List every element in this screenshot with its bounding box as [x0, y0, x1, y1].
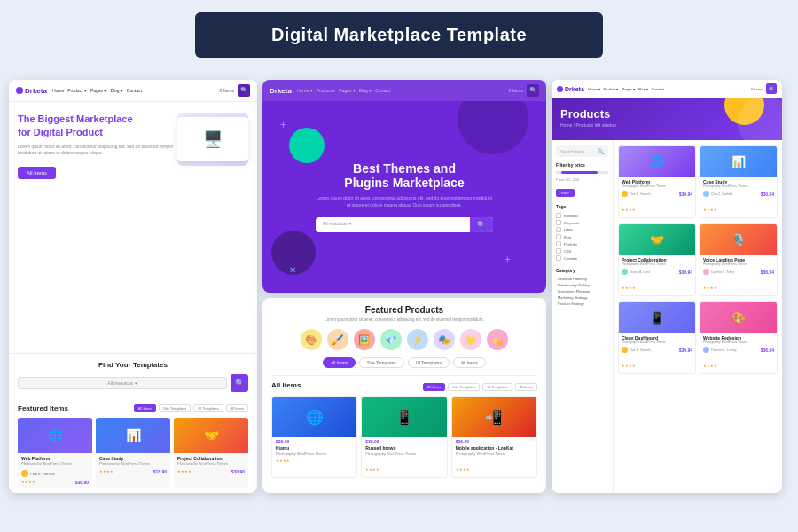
panels-grid: Drketa Home Product ▾ Pages ▾ Blog ▾ Con… [9, 80, 789, 523]
nav-search-btn[interactable]: 🔍 [238, 84, 250, 97]
all-filter-all2[interactable]: All Items [515, 383, 537, 391]
p3-contact[interactable]: Contact [652, 87, 664, 91]
p3-search-placeholder[interactable]: Search here... [560, 149, 596, 154]
panel2-hero: + + ✕ Best Themes and Plugins Marketplac… [262, 101, 546, 293]
logo-dot [16, 87, 23, 94]
p3-search-icon: 🔍 [598, 148, 604, 154]
author-avatar-1 [21, 470, 28, 477]
item-thumbnail-2: 📊 [96, 418, 170, 453]
find-templates-title: Find Your Templates [18, 361, 248, 369]
panel3-nav-right: 0 Items 🔍 [751, 83, 777, 94]
tag-blog: Blog [556, 234, 608, 239]
p3-row-2: 🤝 Project Collaboration Photography Word… [618, 223, 778, 296]
nav-cart: 0 Items [220, 88, 234, 93]
filter-pill-all2[interactable]: All Items [453, 357, 486, 368]
nav-product[interactable]: Product ▾ [67, 88, 87, 93]
panel2-logo: Drketa [270, 87, 292, 95]
price-range-filter: Filter by price Price: $0 - 200 [556, 162, 608, 182]
panel2-search-input[interactable]: All resources ▾ [316, 217, 470, 232]
filter-all-items[interactable]: All Items [134, 404, 156, 412]
p2-nav-pages[interactable]: Pages ▾ [339, 88, 356, 93]
list-item: 🌐 $26.00 Kiamu Photography WordPress The… [271, 396, 357, 478]
featured-products-desc: Lorem ipsum dolor sit amet, consectetur … [271, 317, 537, 322]
p3-footer-5: Flue E. Harvels $30.94 [619, 346, 695, 355]
nav-pages[interactable]: Pages ▾ [90, 88, 107, 93]
cat-product[interactable]: Product Strategy [556, 301, 608, 306]
panel3-nav-links: Home ▾ Product ▾ Pages ▾ Blog ▾ Contact [588, 87, 664, 91]
search-submit-btn[interactable]: 🔍 [231, 374, 248, 392]
filter-pill-all[interactable]: All Items [323, 357, 356, 368]
p3-info-2: Case Study Photography WordPress Theme [700, 177, 777, 190]
hero-cta-btn[interactable]: All Items [18, 167, 56, 179]
filter-all-items-2[interactable]: All Items [226, 404, 248, 412]
item-footer-1: Paul E. Harvels [18, 468, 92, 479]
panel3-hero: Products Home / Products left sidebar [552, 98, 782, 140]
p3-thumb-6: 🎨 [700, 302, 777, 333]
page-title: Digital Marketplace Template [213, 25, 585, 45]
category-title: Category [556, 268, 608, 273]
panel-white-marketplace: Drketa Home Product ▾ Pages ▾ Blog ▾ Con… [9, 80, 257, 493]
hero-text: The Biggest Marketplace for Digital Prod… [18, 113, 177, 179]
panels-container: Drketa Home Product ▾ Pages ▾ Blog ▾ Con… [0, 71, 798, 532]
cat-marketing[interactable]: Marketing Strategy [556, 295, 608, 300]
nav-home[interactable]: Home [52, 88, 64, 93]
p3-pages[interactable]: Pages ▾ [622, 87, 634, 91]
list-item: 🎨 Website Redesign Photography WordPress… [700, 301, 778, 374]
p3-search-btn[interactable]: 🔍 [766, 83, 777, 94]
panel2-nav: Drketa Home ▾ Product ▾ Pages ▾ Blog ▾ C… [262, 80, 546, 101]
featured-items-section: Featured Items All Items Site Templates … [9, 399, 257, 493]
hero-illustration: 🖥️ [177, 113, 248, 166]
p3-thumb-4: 🎙️ [700, 224, 777, 255]
nav-blog[interactable]: Blog ▾ [110, 88, 122, 93]
p2-nav-contact[interactable]: Contact [375, 88, 390, 93]
p3-product[interactable]: Product ▾ [604, 87, 619, 91]
all-item-name-2: Russell brown [362, 444, 446, 451]
panel3-logo-dot [557, 86, 563, 92]
all-stars-2: ★★★★ [365, 467, 379, 472]
all-filter-ui[interactable]: UI Templates [482, 383, 512, 391]
panel1-nav: Drketa Home Product ▾ Pages ▾ Blog ▾ Con… [9, 80, 257, 102]
nav-contact[interactable]: Contact [127, 88, 142, 93]
panel2-search-submit[interactable]: 🔍 [470, 217, 493, 232]
search-select[interactable]: All resources ▾ [18, 377, 227, 389]
product-icon-5: ⚡ [407, 329, 428, 350]
filter-pill-site[interactable]: Site Templates [359, 357, 404, 368]
all-items-title: All Items [271, 381, 301, 389]
p3-thumb-3: 🤝 [619, 224, 695, 255]
featured-title: Featured Items [18, 404, 68, 412]
filter-ui-templates[interactable]: UI Templates [193, 404, 223, 412]
filter-pills-row: All Items Site Templates UI Templates Al… [271, 357, 537, 368]
item-type-1: Photography WordPress Theme [21, 461, 89, 466]
panel-featured-products: Featured Products Lorem ipsum dolor sit … [262, 298, 546, 493]
product-icon-4: 💎 [380, 329, 402, 350]
tag-creative: Creative [556, 255, 608, 261]
all-filter-site[interactable]: Site Templates [448, 383, 480, 391]
cat-relationship[interactable]: Relationship Buildup [556, 283, 608, 287]
search-bar: All resources ▾ 🔍 [18, 374, 248, 392]
cat-financial[interactable]: Financial Planning [556, 277, 608, 281]
product-icon-3: 🖼️ [354, 329, 375, 350]
p3-blog[interactable]: Blog ▾ [638, 87, 648, 91]
tag-css: CSS [556, 248, 608, 254]
list-item: 🌐 Web Platform Photography WordPress The… [18, 418, 92, 488]
panel1-nav-right: 0 Items 🔍 [220, 84, 250, 97]
filter-site-templates[interactable]: Site Templates [159, 404, 191, 412]
p3-info-3: Project Collaboration Photography WordPr… [619, 255, 695, 268]
p2-nav-home[interactable]: Home ▾ [297, 88, 313, 93]
item-author-1: Paul E. Harvels [21, 470, 55, 477]
filter-apply-btn[interactable]: Filter [556, 189, 575, 197]
p3-home[interactable]: Home ▾ [588, 87, 600, 91]
featured-products-title: Featured Products [271, 305, 537, 315]
all-item-type-2: Photography WordPress Theme [362, 451, 446, 458]
p2-search-btn[interactable]: 🔍 [527, 84, 539, 97]
all-item-name-1: Kiamu [272, 444, 356, 451]
p2-nav-product[interactable]: Product ▾ [317, 88, 336, 93]
product-icon-8: 💫 [487, 329, 508, 350]
all-stars-3: ★★★★ [456, 467, 470, 472]
p2-nav-blog[interactable]: Blog ▾ [359, 88, 372, 93]
cat-investment[interactable]: Investment Planning [556, 289, 608, 293]
all-filter-all[interactable]: All Items [423, 383, 445, 391]
filter-pill-ui[interactable]: UI Templates [408, 357, 450, 368]
decorative-blob-1 [458, 101, 528, 154]
all-item-type-1: Photography WordPress Theme [272, 451, 356, 458]
